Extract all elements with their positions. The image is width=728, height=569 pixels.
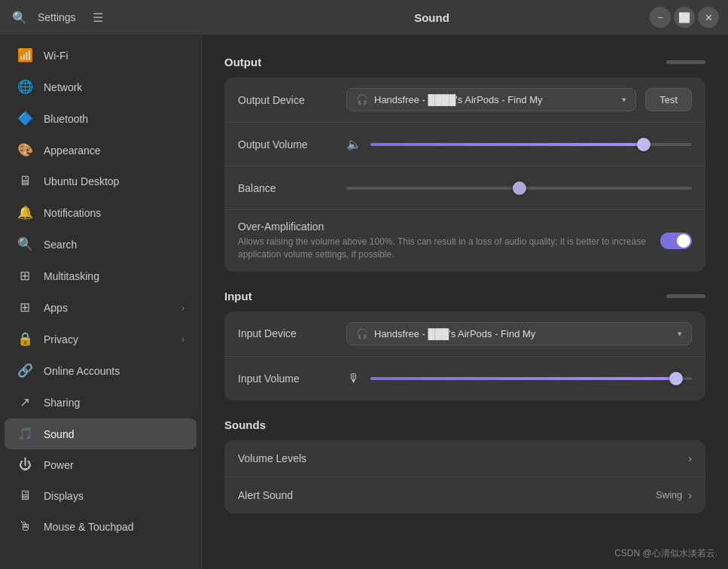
alert-sound-chevron-icon: › xyxy=(688,489,692,501)
volume-levels-row[interactable]: Volume Levels › xyxy=(224,440,705,477)
sidebar-item-sound[interactable]: 🎵 Sound xyxy=(5,418,196,449)
sharing-icon: ↗ xyxy=(17,394,33,410)
input-volume-fill xyxy=(370,377,676,380)
input-device-dropdown[interactable]: 🎧 Handsfree - ███'s AirPods - Find My ▾ xyxy=(346,322,692,345)
input-volume-content: 🎙 xyxy=(346,372,692,385)
bluetooth-icon: 🔷 xyxy=(17,111,33,126)
privacy-chevron: › xyxy=(181,334,184,345)
output-volume-track xyxy=(370,143,692,146)
sidebar-item-mouse-touchpad[interactable]: 🖱 Mouse & Touchpad xyxy=(5,512,196,542)
notifications-icon: 🔔 xyxy=(17,205,33,221)
maximize-button[interactable]: ⬜ xyxy=(674,7,695,28)
input-volume-label: Input Volume xyxy=(238,373,336,385)
sidebar-label-power: Power xyxy=(44,459,74,471)
volume-levels-label: Volume Levels xyxy=(238,452,682,464)
sidebar-item-search[interactable]: 🔍 Search xyxy=(5,229,196,260)
input-section-title: Input xyxy=(224,290,252,303)
output-device-arrow-icon: ▾ xyxy=(622,95,626,105)
window-controls: − ⬜ ✕ xyxy=(644,7,719,28)
input-volume-row: Input Volume 🎙 xyxy=(224,357,705,400)
sounds-section: Sounds Volume Levels › Alert Sound Swing… xyxy=(224,418,705,513)
input-volume-slider[interactable] xyxy=(370,377,692,380)
volume-low-icon: 🔈 xyxy=(346,137,361,151)
multitasking-icon: ⊞ xyxy=(17,268,33,284)
sidebar-label-sound: Sound xyxy=(44,428,74,440)
sidebar-item-privacy[interactable]: 🔒 Privacy › xyxy=(5,324,196,354)
input-section: Input Input Device 🎧 Handsfree - ███'s A… xyxy=(224,290,705,400)
sidebar-label-sharing: Sharing xyxy=(44,397,80,409)
sidebar-item-wifi[interactable]: 📶 Wi-Fi xyxy=(5,40,196,71)
ubuntu-icon: 🖥 xyxy=(17,174,33,189)
power-icon: ⏻ xyxy=(17,458,33,473)
over-amplification-row: Over-Amplification Allows raising the vo… xyxy=(224,210,705,272)
balance-label: Balance xyxy=(238,182,336,194)
main-layout: 📶 Wi-Fi 🌐 Network 🔷 Bluetooth 🎨 Appearan… xyxy=(0,35,728,569)
sidebar-item-ubuntu-desktop[interactable]: 🖥 Ubuntu Desktop xyxy=(5,166,196,196)
sidebar-label-mouse-touchpad: Mouse & Touchpad xyxy=(44,521,134,533)
sidebar-label-multitasking: Multitasking xyxy=(44,270,99,282)
displays-icon: 🖥 xyxy=(17,488,33,504)
input-device-label: Input Device xyxy=(238,327,336,339)
sounds-section-header: Sounds xyxy=(224,418,705,431)
sidebar-item-notifications[interactable]: 🔔 Notifications xyxy=(5,197,196,228)
sidebar-label-appearance: Appearance xyxy=(44,145,101,157)
sidebar-label-search: Search xyxy=(44,239,77,251)
sidebar-label-notifications: Notifications xyxy=(44,207,101,219)
sidebar-item-network[interactable]: 🌐 Network xyxy=(5,72,196,102)
sounds-card: Volume Levels › Alert Sound Swing › xyxy=(224,440,705,513)
sidebar-item-bluetooth[interactable]: 🔷 Bluetooth xyxy=(5,103,196,134)
output-volume-slider[interactable] xyxy=(370,143,692,146)
output-volume-thumb xyxy=(637,138,650,151)
hamburger-btn[interactable]: ☰ xyxy=(90,8,106,28)
balance-row: Balance xyxy=(224,166,705,210)
apps-icon: ⊞ xyxy=(17,300,33,315)
close-button[interactable]: ✕ xyxy=(698,7,719,28)
sidebar-item-displays[interactable]: 🖥 Displays xyxy=(5,481,196,511)
alert-sound-value: Swing xyxy=(656,489,682,501)
content-area: Output Output Device 🎧 Handsfree - ████'… xyxy=(202,35,728,569)
input-section-bar xyxy=(666,294,705,298)
minimize-button[interactable]: − xyxy=(650,7,671,28)
alert-sound-row[interactable]: Alert Sound Swing › xyxy=(224,477,705,513)
sidebar-label-network: Network xyxy=(44,81,82,93)
input-card: Input Device 🎧 Handsfree - ███'s AirPods… xyxy=(224,312,705,400)
output-section-title: Output xyxy=(224,56,261,68)
sidebar-label-ubuntu-desktop: Ubuntu Desktop xyxy=(44,175,119,187)
output-section: Output Output Device 🎧 Handsfree - ████'… xyxy=(224,56,705,272)
mouse-icon: 🖱 xyxy=(17,519,33,534)
sidebar-item-apps[interactable]: ⊞ Apps › xyxy=(5,292,196,323)
sidebar-label-displays: Displays xyxy=(44,490,84,502)
sidebar-item-power[interactable]: ⏻ Power xyxy=(5,450,196,480)
input-device-content: 🎧 Handsfree - ███'s AirPods - Find My ▾ xyxy=(346,322,692,345)
over-amp-toggle-knob xyxy=(677,234,690,248)
appearance-icon: 🎨 xyxy=(17,142,33,158)
sidebar-item-multitasking[interactable]: ⊞ Multitasking xyxy=(5,260,196,291)
apps-chevron: › xyxy=(181,303,184,313)
sidebar-item-sharing[interactable]: ↗ Sharing xyxy=(5,387,196,418)
balance-thumb xyxy=(513,181,526,195)
titlebar: 🔍 Settings ☰ Sound − ⬜ ✕ xyxy=(0,0,728,35)
output-device-value: Handsfree - ████'s AirPods - Find My xyxy=(374,94,616,105)
over-amp-toggle[interactable] xyxy=(660,233,692,249)
sidebar-item-appearance[interactable]: 🎨 Appearance xyxy=(5,135,196,166)
output-section-bar xyxy=(666,60,705,64)
sidebar-item-online-accounts[interactable]: 🔗 Online Accounts xyxy=(5,355,196,386)
network-icon: 🌐 xyxy=(17,79,33,95)
sidebar-label-apps: Apps xyxy=(44,302,68,314)
input-device-row: Input Device 🎧 Handsfree - ███'s AirPods… xyxy=(224,312,705,357)
online-accounts-icon: 🔗 xyxy=(17,363,33,379)
output-device-label: Output Device xyxy=(238,94,336,106)
sidebar: 📶 Wi-Fi 🌐 Network 🔷 Bluetooth 🎨 Appearan… xyxy=(0,35,202,569)
output-device-content: 🎧 Handsfree - ████'s AirPods - Find My ▾… xyxy=(346,88,692,111)
output-card: Output Device 🎧 Handsfree - ████'s AirPo… xyxy=(224,78,705,272)
output-device-dropdown[interactable]: 🎧 Handsfree - ████'s AirPods - Find My ▾ xyxy=(346,88,636,111)
input-volume-thumb xyxy=(669,372,683,385)
test-button[interactable]: Test xyxy=(645,88,692,111)
search-icon-btn[interactable]: 🔍 xyxy=(9,8,30,28)
output-volume-fill xyxy=(370,143,644,146)
output-volume-row: Output Volume 🔈 xyxy=(224,123,705,166)
balance-slider[interactable] xyxy=(346,187,692,190)
sidebar-label-privacy: Privacy xyxy=(44,333,78,345)
output-device-row: Output Device 🎧 Handsfree - ████'s AirPo… xyxy=(224,78,705,123)
search-sidebar-icon: 🔍 xyxy=(17,236,33,252)
